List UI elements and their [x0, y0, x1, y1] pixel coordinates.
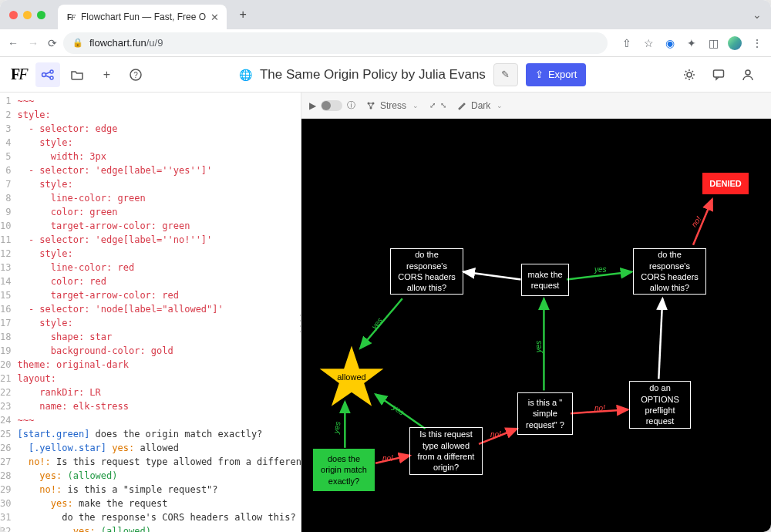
chevron-down-icon: ⌄: [412, 102, 419, 109]
graph-node-reqtype[interactable]: Is this request type allowed from a diff…: [409, 427, 483, 475]
back-button[interactable]: ←: [8, 37, 19, 49]
svg-point-7: [687, 72, 692, 77]
graph-toolbar: ▶ ⓘ Stress ⌄ ⤢ ⤡ Dark ⌄: [301, 93, 771, 119]
layout-selector[interactable]: Stress ⌄: [366, 100, 419, 111]
globe-icon: 🌐: [239, 69, 252, 81]
graph-node-denied[interactable]: DENIED: [702, 173, 749, 194]
svg-line-24: [658, 298, 662, 379]
svg-point-9: [746, 70, 750, 75]
svg-line-15: [371, 103, 373, 108]
graph-node-cors1[interactable]: do the response's CORS headers allow thi…: [390, 248, 463, 295]
graph-node-start[interactable]: does the origin match exactly?: [313, 449, 375, 491]
edge-label-no: no!: [382, 454, 393, 463]
svg-line-3: [45, 72, 50, 74]
svg-point-1: [50, 70, 53, 73]
close-tab-icon[interactable]: ✕: [210, 12, 219, 23]
browser-tabbar: FF Flowchart Fun — Fast, Free O ✕ + ⌄: [0, 0, 771, 29]
svg-line-14: [369, 103, 371, 108]
graph-node-make[interactable]: make the request: [521, 264, 569, 296]
editor-mode-button[interactable]: [35, 62, 60, 87]
zoom-out-button[interactable]: ⤢: [429, 101, 436, 109]
layout-icon: [366, 101, 375, 110]
browser-addressbar: ← → ⟳ 🔒 flowchart.fun/u/9 ⇧ ☆ ◉ ✦ ◫ ⋮: [0, 29, 771, 57]
user-icon: [741, 68, 755, 82]
graph-canvas[interactable]: does the origin match exactly? allowed I…: [301, 119, 771, 532]
edit-title-button[interactable]: ✎: [493, 63, 518, 86]
settings-button[interactable]: [677, 62, 702, 87]
layout-label: Stress: [380, 100, 406, 111]
play-icon: ▶: [309, 100, 316, 111]
gear-icon: [682, 68, 696, 82]
url-domain: flowchart.fun: [89, 37, 146, 49]
forward-button[interactable]: →: [28, 37, 39, 49]
panel-icon[interactable]: ◫: [706, 36, 720, 50]
graph-node-simple[interactable]: is this a " simple request" ?: [517, 392, 573, 435]
graph-node-allowed[interactable]: allowed: [317, 342, 386, 412]
theme-selector[interactable]: Dark ⌄: [457, 100, 503, 111]
graph-panel: ▶ ⓘ Stress ⌄ ⤢ ⤡ Dark ⌄: [301, 93, 771, 532]
svg-rect-8: [714, 70, 724, 77]
zoom-in-button[interactable]: ⤡: [440, 101, 446, 109]
tab-overflow-chevron[interactable]: ⌄: [752, 8, 762, 21]
edge-label-yes: yes: [534, 341, 543, 353]
svg-line-22: [463, 272, 520, 280]
export-label: Export: [548, 69, 577, 80]
tab-favicon: FF: [66, 12, 76, 22]
app-header: FF + ? 🌐 The Same Origin Policy by Julia…: [0, 57, 771, 93]
play-controls[interactable]: ▶ ⓘ: [309, 99, 355, 111]
export-button[interactable]: ⇪ Export: [526, 63, 587, 86]
help-icon: ?: [129, 68, 143, 82]
extensions-icon[interactable]: ◉: [663, 36, 677, 50]
chevron-down-icon: ⌄: [497, 102, 503, 109]
new-button[interactable]: +: [94, 62, 119, 87]
bookmark-icon[interactable]: ☆: [641, 36, 655, 50]
profile-avatar[interactable]: [728, 36, 742, 50]
toggle-switch[interactable]: [321, 100, 342, 111]
reload-button[interactable]: ⟳: [48, 37, 57, 49]
share-icon[interactable]: ⇧: [620, 36, 634, 50]
open-button[interactable]: [65, 62, 89, 87]
window-controls: [9, 11, 45, 19]
edge-label-no: no!: [594, 404, 605, 412]
minimize-window-button[interactable]: [23, 11, 32, 19]
pane-resizer[interactable]: [298, 312, 301, 334]
theme-label: Dark: [471, 100, 490, 111]
app-logo[interactable]: FF: [11, 66, 26, 83]
overflow-menu-icon[interactable]: ⋮: [749, 36, 763, 50]
export-icon: ⇪: [535, 69, 544, 80]
svg-point-2: [50, 76, 53, 79]
page-title: The Same Origin Policy by Julia Evans: [260, 67, 486, 82]
account-button[interactable]: [736, 62, 760, 87]
tab-title: Flowchart Fun — Fast, Free O: [81, 12, 206, 22]
help-button[interactable]: ?: [123, 62, 148, 87]
folder-icon: [70, 68, 84, 82]
new-tab-button[interactable]: +: [233, 5, 253, 25]
svg-point-0: [42, 72, 46, 76]
svg-line-4: [45, 76, 50, 78]
url-path: /u/9: [146, 37, 163, 49]
edge-label-yes: yes: [594, 265, 607, 274]
browser-tab[interactable]: FF Flowchart Fun — Fast, Free O ✕: [58, 5, 227, 29]
graph-node-cors2[interactable]: do the response's CORS headers allow thi…: [633, 248, 706, 295]
chat-icon: [712, 68, 726, 82]
feedback-button[interactable]: [706, 62, 731, 87]
lock-icon: 🔒: [72, 38, 83, 48]
brush-icon: [457, 101, 466, 110]
close-window-button[interactable]: [9, 11, 18, 19]
maximize-window-button[interactable]: [37, 11, 45, 19]
svg-text:?: ?: [134, 70, 139, 79]
url-bar[interactable]: 🔒 flowchart.fun/u/9: [63, 32, 608, 54]
nodes-icon: [41, 68, 55, 82]
graph-node-options[interactable]: do an OPTIONS preflight request: [629, 381, 691, 429]
code-editor[interactable]: 1234567891011121314151617181920212223242…: [0, 93, 301, 532]
puzzle-icon[interactable]: ✦: [685, 36, 699, 50]
edge-label-no: no!: [490, 430, 501, 439]
info-icon[interactable]: ⓘ: [347, 99, 355, 111]
